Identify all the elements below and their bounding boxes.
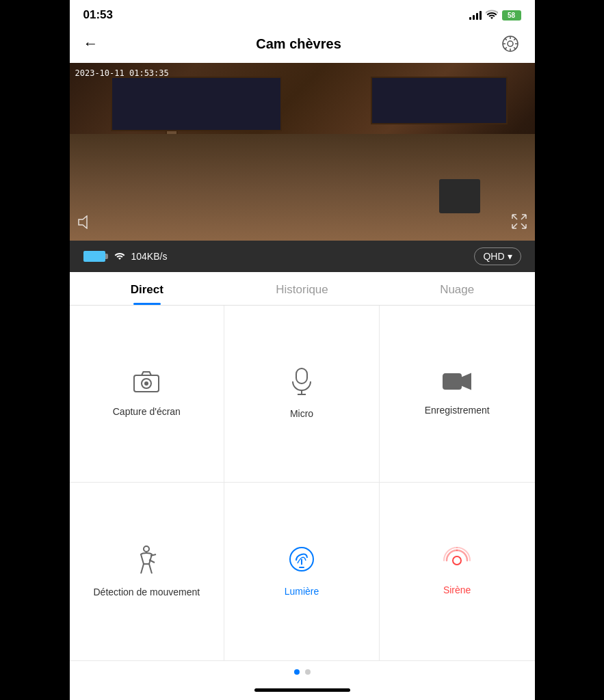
svg-point-1 (508, 41, 513, 46)
back-button[interactable]: ← (83, 35, 99, 53)
signal-bar-3 (476, 13, 478, 20)
quality-button[interactable]: QHD ▾ (474, 247, 521, 265)
screenshot-label: Capture d'écran (113, 405, 181, 418)
signal-bars-icon (469, 10, 482, 20)
svg-marker-10 (79, 216, 87, 228)
motion-icon (134, 545, 159, 578)
video-icon (443, 371, 471, 396)
svg-point-13 (144, 381, 148, 386)
camera-timestamp: 2023-10-11 01:53:35 (75, 68, 169, 78)
settings-button[interactable] (499, 33, 521, 55)
camera-speed-info: 104KB/s (83, 250, 168, 262)
barn-object (439, 179, 480, 213)
micro-label: Micro (290, 407, 313, 420)
svg-point-20 (453, 556, 461, 565)
tab-historique[interactable]: Historique (224, 272, 380, 305)
recording-label: Enregistrement (425, 404, 490, 416)
camera-controls-bar: 104KB/s QHD ▾ (70, 241, 535, 272)
signal-bar-4 (480, 11, 482, 20)
dot-2 (305, 669, 311, 675)
svg-line-7 (514, 47, 516, 49)
svg-rect-14 (296, 368, 307, 383)
dot-1 (294, 669, 300, 675)
control-siren[interactable]: Sirène (380, 483, 535, 661)
camera-icon (133, 370, 160, 397)
control-micro[interactable]: Micro (224, 306, 380, 483)
siren-icon (443, 547, 471, 576)
microphone-icon (291, 368, 313, 399)
nav-bar: ← Cam chèvres (70, 27, 535, 63)
volume-button[interactable] (78, 215, 93, 232)
status-icons: 58 (469, 10, 521, 21)
light-icon (288, 546, 315, 577)
svg-line-6 (504, 38, 506, 40)
home-indicator (70, 683, 535, 700)
home-bar (254, 688, 350, 692)
control-motion[interactable]: Détection de mouvement (70, 483, 225, 661)
light-label: Lumière (285, 585, 319, 597)
camera-image: 2023-10-11 01:53:35 (70, 63, 535, 241)
control-screenshot[interactable]: Capture d'écran (70, 306, 225, 483)
siren-label: Sirène (443, 584, 471, 596)
battery-icon: 58 (502, 10, 521, 21)
svg-line-8 (514, 38, 516, 40)
status-bar: 01:53 58 (70, 0, 535, 27)
controls-grid: Capture d'écran Micro (70, 306, 535, 661)
tab-nuage[interactable]: Nuage (380, 272, 535, 305)
phone-container: 01:53 58 (0, 0, 604, 700)
svg-line-9 (504, 47, 506, 49)
tab-nuage-label: Nuage (440, 283, 474, 296)
motion-label: Détection de mouvement (94, 586, 200, 598)
svg-point-18 (144, 546, 149, 552)
tab-historique-label: Historique (276, 283, 328, 296)
wifi-icon (486, 10, 498, 21)
tab-direct-label: Direct (131, 283, 163, 296)
tabs-container: Direct Historique Nuage (70, 272, 535, 306)
network-speed: 104KB/s (131, 251, 168, 262)
fullscreen-button[interactable] (512, 214, 527, 232)
pagination-dots (70, 661, 535, 683)
control-recording[interactable]: Enregistrement (380, 306, 535, 483)
quality-label: QHD (483, 251, 504, 262)
signal-bar-1 (469, 17, 471, 20)
camera-feed: 2023-10-11 01:53:35 (70, 63, 535, 241)
status-time: 01:53 (83, 8, 113, 22)
barn-mat-1 (112, 78, 280, 130)
signal-bar-2 (473, 15, 475, 20)
tab-direct[interactable]: Direct (70, 272, 225, 305)
quality-drop-icon: ▾ (508, 251, 512, 262)
page-title: Cam chèvres (256, 36, 341, 52)
barn-mat-2 (372, 78, 506, 123)
svg-rect-17 (443, 374, 461, 389)
screen: 01:53 58 (70, 0, 535, 700)
control-light[interactable]: Lumière (224, 483, 380, 661)
battery-indicator (83, 251, 105, 262)
wifi-speed-icon (114, 250, 126, 262)
